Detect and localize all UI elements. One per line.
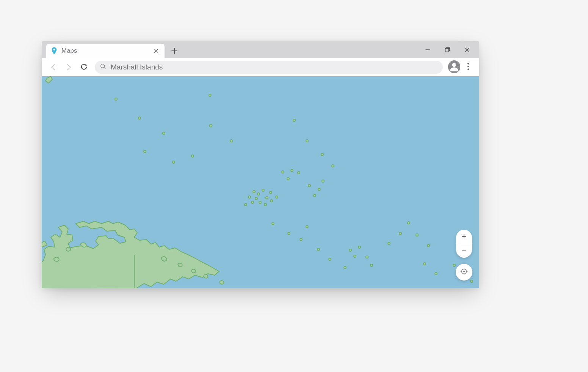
person-icon [448,60,460,74]
svg-point-27 [248,196,251,198]
svg-point-16 [209,94,211,96]
tab-title: Maps [61,47,149,55]
zoom-out-button[interactable]: − [456,244,472,258]
svg-point-34 [298,172,300,174]
address-bar[interactable] [95,61,443,74]
window-controls [418,41,477,58]
crosshair-icon [460,267,468,277]
svg-point-19 [245,203,247,206]
svg-point-53 [358,246,361,248]
svg-point-30 [270,200,273,202]
maximize-button[interactable] [437,41,457,58]
forward-button[interactable] [62,61,75,74]
svg-point-54 [366,256,368,258]
svg-point-18 [230,140,232,142]
svg-point-39 [322,180,324,182]
locate-me-button[interactable] [456,264,472,281]
svg-point-21 [257,193,260,195]
svg-point-26 [266,197,268,199]
svg-point-35 [287,178,289,180]
svg-point-41 [306,140,308,142]
svg-point-46 [306,225,308,228]
kebab-menu-icon [467,63,469,72]
svg-point-8 [467,68,469,70]
tab-close-button[interactable] [152,47,160,55]
close-window-button[interactable] [457,41,477,58]
svg-point-45 [288,232,290,235]
svg-point-40 [293,119,295,121]
svg-point-59 [416,234,418,236]
map-pin-icon [51,47,58,55]
svg-point-13 [144,150,146,153]
svg-point-29 [264,203,267,206]
svg-point-42 [321,153,323,156]
svg-point-7 [467,66,469,67]
svg-point-67 [463,271,465,272]
svg-point-43 [332,165,334,167]
svg-point-63 [453,264,455,266]
map-viewport[interactable]: + − [42,76,479,288]
svg-point-33 [291,169,293,172]
svg-point-12 [163,132,165,134]
svg-point-52 [349,249,351,251]
svg-point-58 [408,222,410,224]
svg-point-48 [317,248,320,251]
tab-bar: Maps [42,41,479,58]
svg-point-14 [172,161,175,163]
svg-point-17 [210,125,212,127]
svg-point-62 [435,273,437,275]
svg-point-56 [388,242,390,244]
svg-point-31 [276,196,278,198]
svg-point-36 [308,184,310,187]
svg-point-15 [191,155,194,157]
svg-point-24 [251,201,254,203]
svg-point-23 [255,197,257,200]
menu-button[interactable] [463,61,474,74]
svg-point-32 [282,171,284,173]
svg-point-38 [314,194,316,197]
browser-toolbar [42,58,479,76]
svg-point-5 [452,63,456,66]
svg-point-60 [427,244,430,247]
svg-point-22 [262,189,264,191]
svg-point-37 [318,188,320,191]
zoom-control: + − [456,230,472,258]
svg-point-10 [115,98,117,100]
reload-button[interactable] [77,61,90,74]
svg-point-50 [344,266,346,269]
tab-maps[interactable]: Maps [46,44,165,58]
svg-point-55 [370,264,373,266]
svg-point-51 [354,255,356,257]
svg-point-44 [272,222,274,225]
svg-rect-2 [445,49,449,52]
map-canvas[interactable] [42,76,479,288]
svg-point-61 [423,263,426,265]
search-icon [100,63,106,71]
svg-point-0 [53,49,55,50]
minimize-button[interactable] [418,41,437,58]
new-tab-button[interactable] [167,44,182,58]
back-button[interactable] [47,61,60,74]
map-controls: + − [456,230,472,281]
svg-point-57 [399,232,401,235]
profile-button[interactable] [448,61,460,73]
svg-point-28 [270,191,272,194]
svg-point-47 [300,238,302,241]
svg-point-11 [138,117,141,119]
address-input[interactable] [111,63,437,71]
svg-point-20 [253,191,255,193]
svg-point-25 [259,201,261,203]
svg-point-3 [101,64,105,68]
browser-window: Maps [42,41,479,288]
svg-point-6 [467,63,469,64]
svg-point-49 [329,258,331,260]
zoom-in-button[interactable]: + [456,230,472,244]
